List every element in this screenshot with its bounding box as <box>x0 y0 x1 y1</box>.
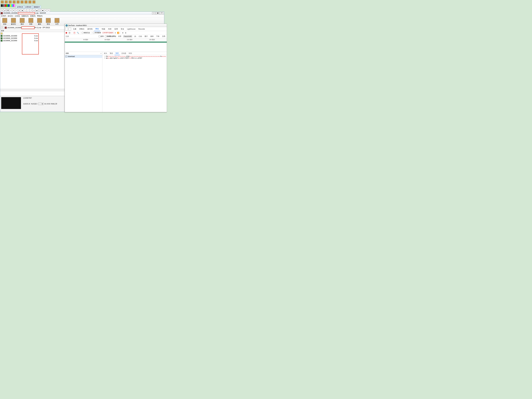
filter-media[interactable]: 媒体 <box>150 35 154 38</box>
desk-icon[interactable] <box>32 0 35 3</box>
tool-rect-fill-icon[interactable]: ▬ <box>36 9 38 12</box>
clear-icon[interactable]: ⊘ <box>69 32 71 34</box>
download-icon[interactable]: ⬇ <box>125 32 127 34</box>
file-name-a: 20230906_2023090 <box>3 35 17 37</box>
tab-security[interactable]: 安全 <box>119 27 126 31</box>
close-detail-icon[interactable]: × <box>100 52 102 54</box>
menu-favorites[interactable]: 收藏夹(O) <box>21 15 29 17</box>
tab-performance[interactable]: 性能 <box>100 27 107 31</box>
tab-recorder[interactable]: Recorde <box>137 27 146 31</box>
menu-options[interactable]: 选项(N) <box>30 15 36 17</box>
color-palette[interactable] <box>1 4 15 7</box>
desk-icon[interactable] <box>5 0 8 3</box>
menu-file[interactable]: 文件(F) <box>1 15 6 17</box>
filter-all[interactable]: 全部 <box>117 35 122 38</box>
tab-sources[interactable]: 源代码 <box>86 27 94 31</box>
tool-line-icon[interactable]: ＼ <box>24 9 26 12</box>
tool-eraser-icon[interactable]: ⌫ <box>6 9 9 12</box>
path-up-button[interactable]: ↑ <box>1 26 4 29</box>
record-button[interactable] <box>66 32 67 34</box>
filter-js[interactable]: JS <box>133 35 137 38</box>
menu-tools[interactable]: 工具(S) <box>15 15 20 17</box>
tool-redo-icon[interactable]: ↷ <box>47 9 50 12</box>
desk-icon[interactable] <box>9 0 12 3</box>
filter-img[interactable]: 图片 <box>144 35 149 38</box>
line-width-button[interactable]: 设置线宽 <box>16 6 24 9</box>
desk-icon[interactable] <box>17 0 19 3</box>
tool-pencil-icon[interactable]: ✎ <box>1 9 3 12</box>
dtab-preview[interactable]: 预览 <box>109 52 114 55</box>
tool-rect-icon[interactable]: ▭ <box>33 9 35 12</box>
tab-elements[interactable]: 元素 <box>72 27 78 31</box>
tool-marker-icon[interactable]: ✏ <box>15 9 18 12</box>
tool-bucket-icon[interactable]: ◆ <box>21 9 24 12</box>
filter-css[interactable]: CSS <box>138 35 143 38</box>
chevron-down-icon[interactable]: ▾ <box>115 32 116 34</box>
tool-dropper-icon[interactable]: ✑ <box>9 9 12 12</box>
dtab-initiator[interactable]: 启动器 <box>120 52 127 55</box>
line-style-button[interactable]: 设置线型 <box>24 6 32 9</box>
upload-icon[interactable]: ⬆ <box>122 32 124 34</box>
tab-console[interactable]: 控制台 <box>78 27 86 31</box>
invert-checkbox[interactable]: 反转 <box>99 35 104 38</box>
col-name[interactable]: 名称 <box>65 52 100 55</box>
close-button[interactable]: ✕ <box>160 12 164 14</box>
extract-button[interactable]: 解压到 <box>10 18 17 26</box>
timeline-tick-200: 200 毫秒 <box>149 39 155 41</box>
desk-icon[interactable] <box>25 0 27 3</box>
response-body[interactable]: 1PKETXEOTDC4NUL ES ES ES NUL÷P(WNULNULNU… <box>102 55 167 112</box>
tool-text-icon[interactable]: A <box>18 9 21 12</box>
tab-memory[interactable]: 内存 <box>107 27 113 31</box>
filter-doc[interactable]: 文档 <box>161 35 166 38</box>
image-ops-button[interactable]: 图像操作 <box>33 6 41 9</box>
dtab-response[interactable]: 响应 <box>114 52 120 55</box>
thumbnail[interactable] <box>1 97 21 109</box>
tool-pen-icon[interactable]: ✒ <box>12 9 15 12</box>
filter-fetch-xhr[interactable]: Fetch/XHR <box>123 35 133 38</box>
tab-application[interactable]: 应用 <box>113 27 119 31</box>
pager-select[interactable] <box>38 103 44 105</box>
inspect-icon[interactable] <box>65 28 68 30</box>
extract-label: 解压到 <box>11 23 16 25</box>
tab-network[interactable]: 网络 <box>94 27 100 31</box>
wifi-icon[interactable]: 📶 <box>117 32 119 34</box>
wizard-button[interactable]: 向导 <box>53 18 61 26</box>
find-button[interactable]: 查找 <box>44 18 52 26</box>
tool-ellipse-fill-icon[interactable]: ⬬ <box>41 9 44 12</box>
menu-commands[interactable]: 命令(C) <box>8 15 13 17</box>
view-button[interactable]: 查看 <box>27 18 35 26</box>
network-timeline[interactable]: 50 毫秒 100 毫秒 150 毫秒 200 毫秒 <box>65 38 167 43</box>
dtab-headers[interactable]: 标头 <box>103 52 108 55</box>
desk-icon[interactable] <box>21 0 24 3</box>
throttling-status[interactable]: 已停用节流模式 <box>102 32 114 34</box>
devtools-titlebar[interactable]: DevTools - localhost:9001/ <box>65 24 167 27</box>
delete-button[interactable]: 删除 <box>36 18 43 26</box>
desk-icon[interactable] <box>13 0 16 3</box>
timeline-tick-100: 100 毫秒 <box>104 39 110 41</box>
request-row-download[interactable]: download <box>65 55 102 58</box>
add-button[interactable]: 添加 <box>1 18 9 26</box>
dtab-timing[interactable]: 时间 <box>128 52 133 55</box>
disable-cache-checkbox[interactable]: 停用缓存 <box>93 32 101 34</box>
tool-brush-icon[interactable]: 🖌 <box>4 9 6 12</box>
minimize-button[interactable]: ― <box>152 12 156 14</box>
filter-icon[interactable]: ▼ <box>73 32 76 34</box>
tool-line2-icon[interactable]: ／ <box>27 9 29 12</box>
search-icon[interactable]: 🔍 <box>77 32 79 34</box>
title-redact-box <box>18 12 35 14</box>
hide-data-urls-checkbox[interactable]: 隐藏数据网址 <box>105 35 116 38</box>
winrar-titlebar[interactable]: 20230906_2023090 ).zip - WinRAR ― ▣ ✕ <box>0 12 164 15</box>
tool-arrow-icon[interactable]: ↗ <box>30 9 32 12</box>
filter-font[interactable]: 字体 <box>155 35 160 38</box>
desk-icon[interactable] <box>1 0 4 3</box>
filter-label[interactable]: 过滤 <box>66 35 69 38</box>
tab-lighthouse[interactable]: Lighthouse <box>126 27 137 31</box>
preserve-log-checkbox[interactable]: 保留日志 <box>82 32 90 34</box>
tool-ellipse-icon[interactable]: ◯ <box>38 9 41 12</box>
device-icon[interactable] <box>69 28 71 30</box>
tool-undo-icon[interactable]: ↶ <box>44 9 47 12</box>
desk-icon[interactable] <box>29 0 32 3</box>
test-button[interactable]: 测试 <box>18 18 26 26</box>
menu-help[interactable]: 帮助(H) <box>37 15 43 17</box>
maximize-button[interactable]: ▣ <box>156 12 160 14</box>
